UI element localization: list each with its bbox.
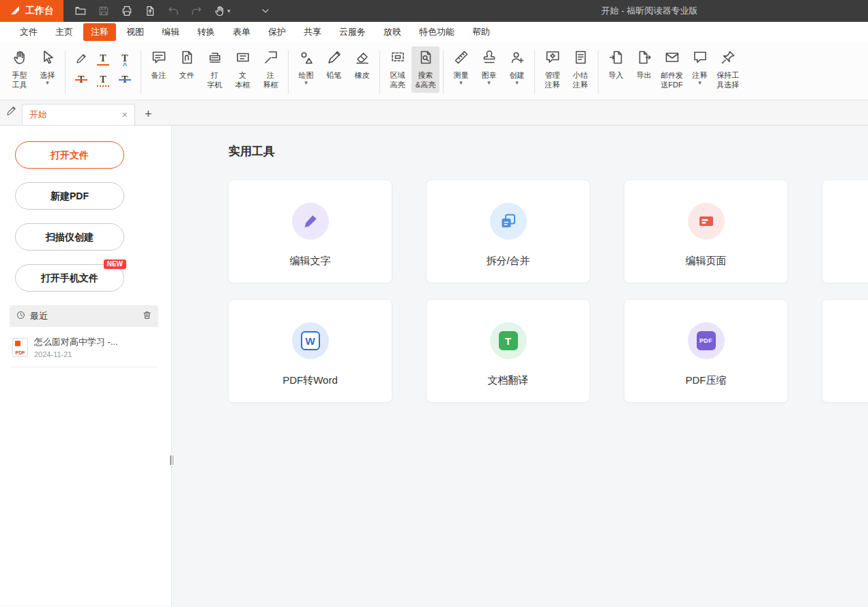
ribbon-email-fdf-button[interactable]: 邮件发 送FDF [658,46,686,93]
hand-tool-quick-button[interactable] [214,5,231,17]
card-label: PDF转Word [283,374,338,387]
dropdown-arrow-icon [304,80,308,86]
ribbon-file-attachment-button[interactable]: 文件 [173,46,201,83]
area-highlight-icon [390,49,406,68]
highlight-text-icon[interactable] [72,49,91,68]
menu-item-form[interactable]: 表单 [225,23,258,41]
card-edit-pages[interactable]: 编辑页面 [624,180,788,283]
strikeout-text-icon[interactable] [72,70,91,89]
menu-item-share[interactable]: 共享 [296,23,329,41]
trash-icon[interactable] [142,310,152,323]
manage-comments-icon [545,49,561,68]
ribbon-keep-tool-button[interactable]: 保持工 具选择 [714,46,742,93]
callout-icon [263,49,279,68]
menu-item-file[interactable]: 文件 [12,23,45,41]
new-pdf-button[interactable]: 新建PDF [15,182,124,210]
edit-text-icon [292,203,329,240]
ribbon-separator [379,51,380,94]
dropdown-arrow-icon [698,80,701,86]
ribbon-stamp-button[interactable]: 图章 [475,46,503,89]
menu-item-protect[interactable]: 保护 [261,23,293,41]
export-icon [636,49,652,68]
pencil-icon[interactable] [5,105,17,119]
ribbon-import-button[interactable]: 导入 [602,46,630,83]
typewriter-icon [207,49,223,68]
print-icon[interactable] [121,5,133,17]
tools-grid: 编辑文字 拆分/合并 编辑页面 W PDF转Word [228,180,868,403]
ribbon-export-button[interactable]: 导出 [630,46,658,83]
menu-item-cloud[interactable]: 云服务 [332,23,373,41]
hand-icon [214,5,226,17]
card-partial[interactable] [822,180,868,283]
menu-item-view[interactable]: 视图 [119,23,151,41]
ribbon-toolbar: 手型 工具 选择 备注 文件 打 字机 文 本框 [0,42,868,100]
card-label: 编辑文字 [290,255,331,268]
recent-section-header: 最近 [10,305,158,327]
ribbon-comments-button[interactable]: 注释 [686,46,714,89]
card-pdf-to-word[interactable]: W PDF转Word [228,299,392,403]
card-partial[interactable] [822,299,868,403]
note-icon [151,49,167,68]
card-label: 拆分/合并 [486,255,530,268]
ribbon-search-highlight-button[interactable]: 搜索 &高亮 [411,46,439,93]
tab-start[interactable]: 开始 × [22,104,135,125]
menu-item-comment[interactable]: 注释 [83,23,116,41]
menu-item-slideshow[interactable]: 放映 [376,23,409,41]
dropdown-arrow-icon [515,80,519,86]
scanner-create-button[interactable]: 扫描仪创建 [15,223,124,251]
wavy-underline-icon[interactable] [93,70,113,89]
new-tab-button[interactable]: + [145,108,152,120]
stamp-icon [481,49,497,68]
workspace-button[interactable]: 工作台 [0,0,63,22]
replace-text-icon[interactable] [115,70,134,89]
ribbon-separator [598,51,598,94]
open-file-button[interactable]: 打开文件 [15,141,124,169]
recent-file-item[interactable]: PDF 怎么面对高中学习 -... 2024-11-21 [10,334,158,367]
sidebar-resize-handle[interactable] [170,455,175,465]
underline-text-icon[interactable] [93,49,113,68]
menu-item-edit[interactable]: 编辑 [154,23,187,41]
ribbon-callout-button[interactable]: 注 释框 [257,46,285,93]
menu-item-features[interactable]: 特色功能 [411,23,462,41]
collapse-ribbon-icon[interactable] [259,5,272,17]
close-icon[interactable]: × [122,109,128,120]
recent-file-name: 怎么面对高中学习 -... [34,336,118,348]
insert-text-icon[interactable] [115,49,134,68]
redo-icon[interactable] [190,5,203,17]
ribbon-measure-button[interactable]: 测量 [447,46,475,89]
ribbon-pencil-button[interactable]: 铅笔 [320,46,348,83]
ribbon-hand-tool-button[interactable]: 手型 工具 [5,46,33,93]
pencil-icon [326,49,343,68]
undo-icon[interactable] [167,5,179,17]
pdf-to-word-icon: W [292,322,329,359]
ribbon-eraser-button[interactable]: 橡皮 [348,46,376,83]
ribbon-area-highlight-button[interactable]: 区域 高亮 [384,46,411,93]
menu-item-home[interactable]: 主页 [48,23,81,41]
ribbon-select-button[interactable]: 选择 [33,46,61,89]
menu-item-help[interactable]: 帮助 [465,23,497,41]
card-pdf-compress[interactable]: PDF PDF压缩 [624,299,788,403]
ribbon-drawing-button[interactable]: 绘图 [292,46,320,89]
card-doc-translate[interactable]: T 文档翻译 [426,299,590,403]
card-edit-text[interactable]: 编辑文字 [228,180,392,283]
pin-icon [720,49,736,68]
ribbon-typewriter-button[interactable]: 打 字机 [201,46,229,93]
open-mobile-file-button[interactable]: 打开手机文件 NEW [15,264,124,292]
menu-item-convert[interactable]: 转换 [190,23,222,41]
card-label: PDF压缩 [686,374,727,387]
dropdown-arrow-icon [227,8,231,14]
ribbon-create-button[interactable]: 创建 [503,46,531,89]
dropdown-arrow-icon [46,80,49,86]
share-page-icon[interactable] [144,5,156,17]
foxit-logo-icon [10,5,20,18]
ribbon-manage-comments-button[interactable]: 管理 注释 [538,46,566,93]
drawing-icon [298,49,315,68]
ribbon-note-button[interactable]: 备注 [145,46,173,83]
card-split-merge[interactable]: 拆分/合并 [426,180,590,283]
ribbon-textbox-button[interactable]: 文 本框 [229,46,257,93]
save-icon[interactable] [98,5,110,17]
ribbon-summarize-comments-button[interactable]: 小结 注释 [566,46,594,93]
ribbon-separator [65,51,66,94]
open-folder-icon[interactable] [74,5,87,17]
text-markup-group [69,49,137,89]
